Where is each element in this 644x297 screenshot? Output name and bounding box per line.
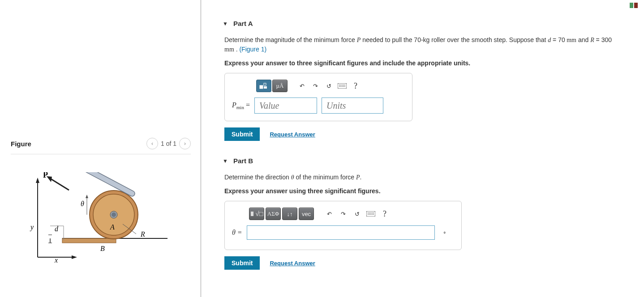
figure-header: Figure ‹ 1 of 1 › xyxy=(11,138,191,154)
figure-pane: Figure ‹ 1 of 1 › xyxy=(0,0,201,297)
keyboard-icon xyxy=(366,211,375,216)
caret-down-icon: ▼ xyxy=(223,158,228,164)
book-icon[interactable] xyxy=(630,3,638,8)
reset-button[interactable]: ↺ xyxy=(351,208,363,220)
svg-marker-3 xyxy=(72,255,77,259)
figure-link[interactable]: (Figure 1) xyxy=(239,46,266,53)
content-pane: ▼ Part A Determine the magnitude of the … xyxy=(201,0,644,297)
svg-marker-1 xyxy=(36,178,39,183)
part-a-input-row: Pmin = xyxy=(232,98,405,114)
template-button[interactable]: √□ xyxy=(249,208,264,220)
part-b-toolbar: √□ ΑΣΦ ↓↑ vec ↶ ↷ ↺ ? xyxy=(249,208,454,220)
part-b-input-row: θ = ∘ xyxy=(232,225,454,240)
keyboard-button[interactable] xyxy=(336,80,348,92)
svg-point-15 xyxy=(112,212,116,217)
undo-icon: ↶ xyxy=(300,83,305,89)
reset-button[interactable]: ↺ xyxy=(322,80,335,92)
figure-title: Figure xyxy=(11,140,31,148)
chevron-left-icon: ‹ xyxy=(151,140,153,147)
part-b-instruction: Express your answer using three signific… xyxy=(224,187,633,195)
part-a-instruction: Express your answer to three significant… xyxy=(224,59,633,67)
svg-rect-29 xyxy=(260,85,263,89)
arrows-icon: ↓↑ xyxy=(287,211,293,217)
part-a-toolbar: µÅ ↶ ↷ ↺ ? xyxy=(256,80,405,92)
redo-button[interactable]: ↷ xyxy=(337,208,349,220)
vector-button[interactable]: vec xyxy=(299,208,314,220)
svg-rect-30 xyxy=(264,83,266,85)
svg-marker-17 xyxy=(86,195,88,198)
keyboard-button[interactable] xyxy=(365,208,377,220)
greek-button[interactable]: ΑΣΦ xyxy=(266,208,281,220)
help-button[interactable]: ? xyxy=(349,80,362,92)
theta-input[interactable] xyxy=(247,225,435,240)
part-a-body: Determine the magnitude of the minimum f… xyxy=(223,35,633,141)
svg-rect-5 xyxy=(62,238,116,243)
svg-rect-32 xyxy=(338,83,347,89)
svg-text:θ: θ xyxy=(81,200,84,208)
part-a-prompt: Determine the magnitude of the minimum f… xyxy=(224,35,618,54)
svg-text:d: d xyxy=(55,225,59,233)
figure-diagram: P θ y d A B R x xyxy=(20,172,167,271)
part-b-submit-button[interactable]: Submit xyxy=(224,256,260,270)
value-input[interactable] xyxy=(254,98,317,114)
undo-button[interactable]: ↶ xyxy=(323,208,335,220)
svg-rect-31 xyxy=(264,86,267,89)
keyboard-icon xyxy=(338,83,347,89)
svg-rect-36 xyxy=(366,211,375,216)
redo-button[interactable]: ↷ xyxy=(309,80,322,92)
reset-icon: ↺ xyxy=(326,83,331,89)
reset-icon: ↺ xyxy=(355,211,360,217)
part-a-submit-button[interactable]: Submit xyxy=(224,127,260,141)
figure-page-indicator: 1 of 1 xyxy=(161,140,176,147)
figure-next-button[interactable]: › xyxy=(179,138,191,149)
help-button[interactable]: ? xyxy=(378,208,391,220)
part-a-answer-box: µÅ ↶ ↷ ↺ ? Pmin = xyxy=(224,73,412,121)
part-b-answer-box: √□ ΑΣΦ ↓↑ vec ↶ ↷ ↺ ? θ = xyxy=(224,201,462,250)
figure-pager: ‹ 1 of 1 › xyxy=(146,138,191,149)
part-a-submit-row: Submit Request Answer xyxy=(224,127,633,141)
part-b-submit-row: Submit Request Answer xyxy=(224,256,633,270)
part-a-title: Part A xyxy=(233,20,253,27)
svg-text:B: B xyxy=(100,245,105,252)
redo-icon: ↷ xyxy=(341,211,346,217)
part-a-request-answer-link[interactable]: Request Answer xyxy=(270,131,315,138)
subscript-button[interactable]: ↓↑ xyxy=(282,208,297,220)
part-b-variable-label: θ = xyxy=(232,229,242,237)
part-b-title: Part B xyxy=(233,157,253,165)
template-button[interactable] xyxy=(256,80,271,92)
svg-text:P: P xyxy=(43,172,48,179)
part-b-body: Determine the direction θ of the minimum… xyxy=(223,173,633,270)
part-b-header[interactable]: ▼ Part B xyxy=(223,157,633,165)
undo-button[interactable]: ↶ xyxy=(296,80,308,92)
fraction-icon: √□ xyxy=(250,210,263,218)
units-input[interactable] xyxy=(322,98,383,114)
svg-text:A: A xyxy=(110,223,115,231)
caret-down-icon: ▼ xyxy=(223,21,228,27)
units-button[interactable]: µÅ xyxy=(272,80,288,92)
svg-line-18 xyxy=(50,178,69,190)
svg-text:x: x xyxy=(54,256,58,264)
part-a-header[interactable]: ▼ Part A xyxy=(223,20,633,27)
part-b-prompt: Determine the direction θ of the minimum… xyxy=(224,173,618,182)
part-b-request-answer-link[interactable]: Request Answer xyxy=(270,260,315,267)
svg-rect-35 xyxy=(251,212,253,216)
chevron-right-icon: › xyxy=(184,140,186,147)
redo-icon: ↷ xyxy=(313,83,318,89)
undo-icon: ↶ xyxy=(327,211,332,217)
degree-symbol: ∘ xyxy=(443,229,447,236)
part-a-variable-label: Pmin = xyxy=(232,101,250,110)
svg-text:R: R xyxy=(140,230,145,238)
svg-text:y: y xyxy=(30,223,34,231)
figure-prev-button[interactable]: ‹ xyxy=(146,138,158,149)
